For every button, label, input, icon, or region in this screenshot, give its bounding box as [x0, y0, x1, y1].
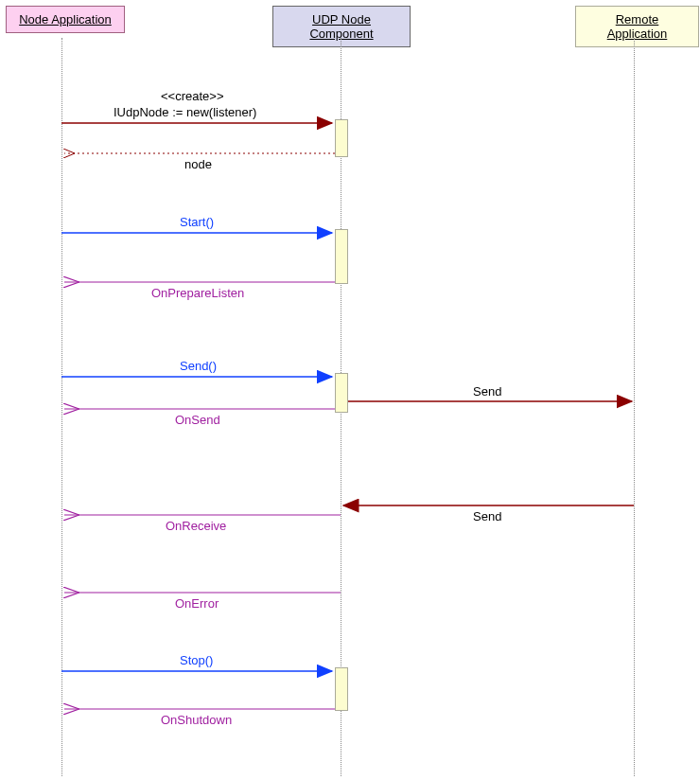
- msg-send-call: Send(): [180, 359, 217, 373]
- activation-create: [335, 119, 348, 157]
- arrows-layer: [0, 0, 700, 780]
- activation-stop: [335, 667, 348, 711]
- msg-onreceive: OnReceive: [166, 519, 226, 533]
- activation-send: [335, 373, 348, 413]
- participant-node-application: Node Application: [6, 6, 125, 33]
- msg-onerror: OnError: [175, 596, 219, 611]
- participant-remote-application: Remote Application: [575, 6, 699, 47]
- msg-send-remote: Send: [473, 384, 501, 399]
- msg-start: Start(): [180, 215, 214, 229]
- msg-send-from-remote: Send: [473, 509, 501, 523]
- lifeline-remote-application: [634, 38, 635, 776]
- msg-onsend: OnSend: [175, 413, 220, 427]
- msg-node-return: node: [184, 157, 212, 171]
- msg-stop: Stop(): [180, 653, 213, 667]
- msg-onshutdown: OnShutdown: [161, 713, 232, 727]
- activation-start: [335, 229, 348, 284]
- msg-create-label: IUdpNode := new(listener): [114, 105, 256, 119]
- participant-udp-node-component: UDP Node Component: [272, 6, 411, 47]
- msg-onpreparelisten: OnPrepareListen: [151, 286, 244, 300]
- msg-create-stereotype: <<create>>: [161, 89, 224, 103]
- lifeline-node-application: [61, 38, 62, 776]
